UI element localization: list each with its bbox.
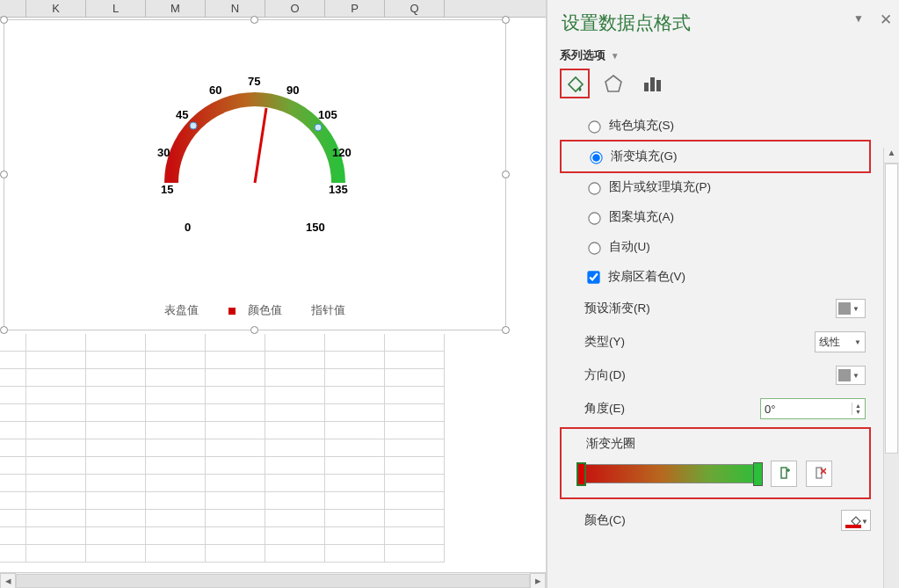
- gradient-stop-handle[interactable]: [753, 462, 763, 486]
- preset-gradient-picker[interactable]: ▼: [836, 299, 866, 318]
- close-icon[interactable]: ✕: [880, 11, 892, 29]
- resize-handle[interactable]: [0, 16, 8, 24]
- gauge: 0 15 30 45 60 75 90 105 120 135 150: [149, 64, 360, 275]
- cell-grid[interactable]: [0, 334, 546, 572]
- remove-stop-button[interactable]: [806, 461, 832, 487]
- swatch-icon: [838, 369, 851, 381]
- pane-title: 设置数据点格式: [562, 11, 890, 35]
- resize-handle[interactable]: [0, 171, 8, 178]
- resize-handle[interactable]: [502, 171, 510, 178]
- tick-150: 150: [306, 221, 325, 234]
- tick-90: 90: [286, 83, 299, 97]
- bar-chart-icon: [642, 74, 662, 93]
- series-options-dropdown[interactable]: 系列选项 ▼: [560, 47, 890, 63]
- format-icon-tabs: [560, 69, 890, 98]
- resize-handle[interactable]: [0, 326, 8, 334]
- col-header-q[interactable]: Q: [385, 0, 445, 17]
- add-stop-icon: [777, 466, 791, 482]
- pane-vertical-scrollbar[interactable]: ▲: [883, 148, 899, 588]
- col-header-k[interactable]: K: [26, 0, 86, 17]
- gradient-type-select[interactable]: 线性 ▼: [815, 331, 866, 352]
- radio-gradient-fill[interactable]: 渐变填充(G): [562, 142, 869, 171]
- check-vary-colors[interactable]: 按扇区着色(V): [560, 262, 871, 292]
- scroll-up-icon[interactable]: ▲: [884, 148, 899, 163]
- radio-picture-fill[interactable]: 图片或纹理填充(P): [560, 172, 871, 202]
- pane-menu-icon[interactable]: ▼: [853, 12, 864, 25]
- col-header-o[interactable]: O: [265, 0, 325, 17]
- radio-pattern-fill[interactable]: 图案填充(A): [560, 202, 871, 232]
- color-picker[interactable]: ▼: [841, 510, 871, 531]
- scroll-track[interactable]: [16, 574, 530, 588]
- prop-stop-color: 颜色(C) ▼: [560, 510, 871, 531]
- svg-line-0: [255, 108, 266, 183]
- chevron-down-icon: ▼: [611, 51, 620, 61]
- gauge-svg: [149, 64, 360, 275]
- pentagon-icon: [604, 74, 623, 93]
- svg-rect-7: [781, 468, 787, 478]
- svg-rect-4: [644, 83, 649, 91]
- horizontal-scrollbar[interactable]: ◂ ▸: [0, 572, 546, 588]
- legend-item[interactable]: 表盘值: [164, 304, 199, 316]
- tab-effects[interactable]: [598, 69, 628, 98]
- prop-gradient-angle: 角度(E) 0° ▲▼: [560, 392, 871, 425]
- col-header-p[interactable]: P: [325, 0, 385, 17]
- legend-swatch-icon: [228, 308, 236, 315]
- col-header[interactable]: [0, 0, 26, 17]
- resize-handle[interactable]: [250, 16, 258, 24]
- tick-15: 15: [161, 183, 173, 196]
- tick-120: 120: [332, 146, 352, 159]
- svg-point-1: [190, 122, 197, 129]
- column-headers: K L M N O P Q: [0, 0, 546, 18]
- remove-stop-icon: [812, 466, 826, 482]
- resize-handle[interactable]: [502, 16, 510, 24]
- format-pane: ▼ ✕ 设置数据点格式 系列选项 ▼ 纯色填充(S): [547, 0, 899, 588]
- fill-options: 纯色填充(S) 渐变填充(G) 图片或纹理填充(P) 图案填充(A) 自动(U)…: [560, 111, 890, 531]
- chevron-down-icon: ▼: [852, 305, 859, 313]
- chevron-down-icon: ▼: [854, 338, 861, 346]
- tick-45: 45: [176, 108, 188, 121]
- highlight-box: 渐变填充(G): [560, 140, 871, 173]
- chevron-down-icon: ▼: [861, 518, 868, 526]
- paint-bucket-icon: [565, 74, 584, 93]
- svg-rect-5: [650, 77, 655, 91]
- direction-picker[interactable]: ▼: [836, 366, 866, 385]
- svg-marker-3: [605, 76, 621, 91]
- prop-preset-gradient: 预设渐变(R) ▼: [560, 292, 871, 325]
- svg-rect-6: [656, 80, 661, 91]
- tick-30: 30: [157, 146, 170, 159]
- spreadsheet-area: K L M N O P Q: [0, 0, 547, 588]
- resize-handle[interactable]: [502, 326, 510, 334]
- spinner-icon[interactable]: ▲▼: [852, 403, 861, 415]
- tab-series-options[interactable]: [637, 69, 667, 98]
- gradient-stops-section: 渐变光圈: [560, 427, 871, 499]
- prop-gradient-direction: 方向(D) ▼: [560, 359, 871, 392]
- col-header-l[interactable]: L: [86, 0, 146, 17]
- col-header-m[interactable]: M: [146, 0, 206, 17]
- tick-60: 60: [209, 83, 221, 97]
- tick-75: 75: [248, 75, 260, 88]
- tick-135: 135: [329, 183, 348, 196]
- swatch-icon: [838, 302, 851, 315]
- scroll-thumb[interactable]: [885, 163, 898, 454]
- gradient-stops-label: 渐变光圈: [586, 436, 862, 452]
- radio-solid-fill[interactable]: 纯色填充(S): [560, 111, 871, 141]
- gradient-bar[interactable]: [577, 464, 762, 483]
- angle-input[interactable]: 0° ▲▼: [760, 398, 866, 419]
- svg-point-2: [315, 124, 322, 131]
- color-swatch-icon: [845, 525, 861, 528]
- chevron-down-icon: ▼: [852, 372, 859, 380]
- radio-auto-fill[interactable]: 自动(U): [560, 232, 871, 262]
- gradient-stop-handle[interactable]: [576, 462, 586, 486]
- legend-item[interactable]: 颜色值: [220, 304, 291, 316]
- prop-gradient-type: 类型(Y) 线性 ▼: [560, 325, 871, 359]
- tab-fill-line[interactable]: [560, 69, 590, 98]
- chart-legend: 表盘值 颜色值 指针值: [4, 303, 505, 318]
- resize-handle[interactable]: [250, 326, 258, 334]
- add-stop-button[interactable]: [771, 461, 797, 487]
- scroll-right-icon[interactable]: ▸: [530, 573, 546, 589]
- tick-0: 0: [185, 221, 191, 234]
- scroll-left-icon[interactable]: ◂: [0, 573, 16, 589]
- col-header-n[interactable]: N: [206, 0, 265, 17]
- legend-item[interactable]: 指针值: [311, 304, 345, 316]
- gauge-chart[interactable]: 0 15 30 45 60 75 90 105 120 135 150 表盘值 …: [4, 19, 506, 330]
